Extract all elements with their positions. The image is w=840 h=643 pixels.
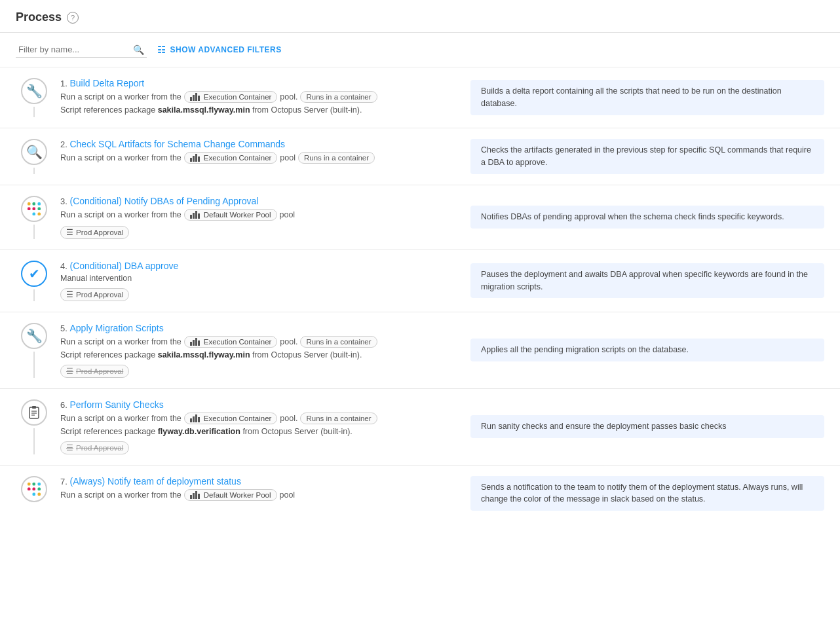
step-info: Applies all the pending migration script… (470, 339, 824, 361)
step-content: 2. Check SQL Artifacts for Schema Change… (52, 139, 463, 174)
wrench-icon: 🔧 (26, 83, 43, 99)
step-title[interactable]: (Conditional) DBA approve (69, 261, 178, 271)
step-icon-col (16, 476, 52, 511)
step-title-row: 5. Apply Migration Scripts (60, 323, 455, 333)
runs-badge: Runs in a container (300, 413, 377, 424)
step-number: 2. (60, 139, 67, 149)
step-title-row: 2. Check SQL Artifacts for Schema Change… (60, 139, 455, 149)
svg-rect-2 (33, 202, 36, 206)
runs-badge: Runs in a container (300, 91, 377, 103)
step-package: Script references package flyway.db.veri… (60, 427, 455, 436)
svg-rect-17 (33, 487, 36, 490)
step-title[interactable]: (Conditional) Notify DBAs of Pending App… (69, 196, 258, 206)
step-connector-line (33, 289, 35, 301)
step-info: Notifies DBAs of pending approval when t… (470, 206, 824, 229)
pool-badge: Execution Container (184, 91, 278, 103)
runs-badge: Runs in a container (300, 336, 377, 348)
list-icon: ☰ (66, 228, 73, 237)
search-icon: 🔍 (26, 144, 43, 160)
step-icon-circle (21, 196, 47, 222)
step-content: 3. (Conditional) Notify DBAs of Pending … (52, 196, 463, 239)
svg-rect-6 (33, 212, 36, 215)
step-icon-col (16, 399, 52, 454)
list-icon: ☰ (66, 290, 73, 299)
page: Process ? 🔍 ☷ SHOW ADVANCED FILTERS 🔧 1. (0, 0, 840, 643)
bar-chart-icon (190, 93, 200, 101)
step-icon-circle (21, 399, 47, 426)
step-desc: Run a script on a worker from the Defaul… (60, 209, 455, 221)
step-icon-circle: 🔍 (21, 139, 47, 165)
svg-rect-20 (38, 492, 41, 496)
step-row: 🔍 2. Check SQL Artifacts for Schema Chan… (0, 128, 840, 185)
help-icon[interactable]: ? (67, 12, 79, 24)
runs-badge: Runs in a container (298, 152, 375, 164)
svg-rect-3 (38, 202, 41, 206)
svg-rect-16 (38, 483, 41, 486)
approval-badge-wrap: ☰ Prod Approval (60, 223, 455, 239)
bar-chart-icon (190, 154, 200, 162)
step-icon-col: 🔍 (16, 139, 52, 174)
list-icon: ☰ (66, 443, 73, 452)
step-connector-line (33, 428, 35, 454)
step-icon-circle: 🔧 (21, 78, 47, 104)
filter-icon: ☷ (157, 45, 166, 55)
step-icon-circle: ✔ (21, 261, 47, 287)
step-info: Builds a delta report containing all the… (470, 80, 824, 115)
step-info: Sends a notification to the team to noti… (470, 476, 824, 511)
wrench-icon: 🔧 (26, 328, 43, 344)
bar-chart-icon (190, 211, 200, 219)
step-number: 3. (60, 196, 67, 206)
filter-input-wrap: 🔍 (16, 42, 147, 58)
svg-rect-7 (38, 212, 41, 215)
step-row: 🔧 1. Build Delta Report Run a script on … (0, 67, 840, 128)
step-desc: Run a script on a worker from the Execut… (60, 152, 455, 164)
step-title[interactable]: Build Delta Report (69, 78, 144, 88)
step-title[interactable]: (Always) Notify team of deployment statu… (69, 476, 240, 487)
step-info: Checks the artifacts generated in the pr… (470, 139, 824, 174)
step-row: 3. (Conditional) Notify DBAs of Pending … (0, 185, 840, 250)
step-info: Pauses the deployment and awaits DBA app… (470, 263, 824, 299)
step-title[interactable]: Apply Migration Scripts (69, 323, 163, 333)
approval-badge-wrap: ☰ Prod Approval (60, 285, 455, 301)
pool-badge: Default Worker Pool (184, 209, 277, 221)
step-package: Script references package sakila.mssql.f… (60, 105, 455, 115)
step-icon-col: ✔ (16, 261, 52, 301)
slack-icon (26, 201, 42, 217)
svg-rect-14 (28, 483, 31, 486)
approval-badge: ☰ Prod Approval (60, 288, 129, 301)
list-icon: ☰ (66, 367, 73, 376)
advanced-filters-button[interactable]: ☷ SHOW ADVANCED FILTERS (157, 45, 282, 55)
approval-badge: ☰ Prod Approval (60, 441, 129, 454)
step-desc: Run a script on a worker from the Defaul… (60, 489, 455, 501)
approval-badge: ☰ Prod Approval (60, 226, 129, 239)
steps-list: 🔧 1. Build Delta Report Run a script on … (0, 67, 840, 521)
page-header: Process ? (0, 0, 840, 33)
step-desc: Run a script on a worker from the Execut… (60, 91, 455, 103)
step-content: 7. (Always) Notify team of deployment st… (52, 476, 463, 511)
step-package: Script references package sakila.mssql.f… (60, 350, 455, 359)
step-connector-line (33, 352, 35, 378)
svg-rect-4 (33, 207, 36, 210)
step-row: 🔧 5. Apply Migration Scripts Run a scrip… (0, 312, 840, 389)
svg-rect-13 (28, 487, 31, 490)
step-icon-circle (21, 476, 47, 502)
approval-badge-wrap: ☰ Prod Approval (60, 362, 455, 378)
svg-rect-1 (28, 202, 31, 206)
step-title[interactable]: Perform Sanity Checks (69, 399, 163, 410)
step-title-row: 4. (Conditional) DBA approve (60, 261, 455, 271)
step-number: 1. (60, 79, 67, 88)
step-icon-circle: 🔧 (21, 323, 47, 349)
step-connector-line (33, 225, 35, 239)
approval-badge: ☰ Prod Approval (60, 365, 129, 378)
step-title-row: 3. (Conditional) Notify DBAs of Pending … (60, 196, 455, 206)
pool-badge: Default Worker Pool (184, 489, 277, 501)
step-content: 4. (Conditional) DBA approve Manual inte… (52, 261, 463, 301)
slack-icon (26, 481, 42, 497)
svg-rect-15 (33, 483, 36, 486)
page-title: Process (16, 10, 62, 24)
filter-input[interactable] (16, 42, 147, 58)
check-icon: ✔ (29, 266, 40, 282)
step-number: 7. (60, 477, 67, 487)
step-title[interactable]: Check SQL Artifacts for Schema Change Co… (69, 139, 285, 149)
step-connector-line (33, 168, 35, 174)
